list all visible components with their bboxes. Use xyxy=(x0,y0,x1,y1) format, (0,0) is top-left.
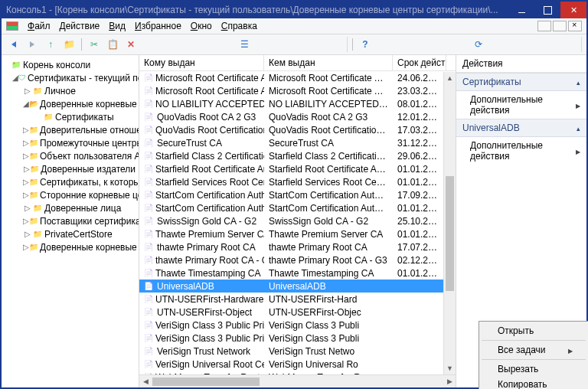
col-subject[interactable]: Кому выдан xyxy=(139,55,264,70)
certificate-icon xyxy=(144,269,153,277)
menu-в[interactable]: Вид xyxy=(104,19,130,33)
col-expires[interactable]: Срок действия xyxy=(393,55,446,70)
ctx-copy[interactable]: Копировать xyxy=(481,377,586,389)
list-row[interactable]: SecureTrust CASecureTrust CA31.12.2029 xyxy=(139,136,456,149)
ctx-all-tasks[interactable]: Все задачи xyxy=(481,342,586,358)
list-row[interactable]: QuoVadis Root Certification Au...QuoVadi… xyxy=(139,123,456,136)
certificate-icon xyxy=(144,256,153,264)
list-row[interactable]: thawte Primary Root CA - G3thawte Primar… xyxy=(139,253,456,266)
list-header: Кому выдан Кем выдан Срок действия xyxy=(139,55,456,71)
context-menu: Открыть Все задачи Вырезать Копировать У… xyxy=(479,321,588,389)
list-row[interactable]: NO LIABILITY ACCEPTED, (c)97 ...NO LIABI… xyxy=(139,97,456,110)
ctx-open[interactable]: Открыть xyxy=(481,323,586,338)
tree-node-4[interactable]: ▷Объект пользователя Act xyxy=(2,149,139,162)
certificate-icon xyxy=(144,295,153,303)
tree-node-7[interactable]: ▷Сторонние корневые цен xyxy=(2,188,139,201)
tree-node-3[interactable]: ▷Промежуточные центры xyxy=(2,136,139,149)
scroll-left-button[interactable]: ◀ xyxy=(139,378,152,385)
list-row[interactable]: VeriSign Universal Root Certific...VeriS… xyxy=(139,358,456,371)
mdi-minimize[interactable] xyxy=(537,21,551,31)
actions-more-2[interactable]: Дополнительные действия xyxy=(456,137,586,165)
mdi-buttons xyxy=(537,21,582,31)
list-row[interactable]: Starfield Services Root Certific...Starf… xyxy=(139,175,456,188)
menu-с[interactable]: Справка xyxy=(217,19,262,33)
menu-и[interactable]: Избранное xyxy=(130,19,186,33)
certificate-icon xyxy=(144,321,153,329)
certificate-icon xyxy=(144,360,153,368)
close-button[interactable] xyxy=(560,2,586,18)
menu-д[interactable]: Действие xyxy=(55,19,105,33)
certificate-icon xyxy=(144,87,153,95)
show-tree-button[interactable] xyxy=(61,37,77,52)
nav-back-button[interactable] xyxy=(6,37,21,52)
list-rows[interactable]: Microsoft Root Certificate Auth...Micros… xyxy=(139,71,456,374)
cut-button[interactable]: ✂ xyxy=(87,37,102,52)
list-row[interactable]: VeriSign Trust NetworkVeriSign Trust Net… xyxy=(139,345,456,358)
refresh-button[interactable]: ⟳ xyxy=(376,37,582,52)
menu-о[interactable]: Окно xyxy=(186,19,217,33)
list-row[interactable]: StartCom Certification AuthorityStartCom… xyxy=(139,188,456,201)
actions-section-selection[interactable]: UniversalADB xyxy=(456,119,586,137)
list-row[interactable]: Microsoft Root Certificate Auth...Micros… xyxy=(139,71,456,84)
list-row[interactable]: Thawte Premium Server CAThawte Premium S… xyxy=(139,227,456,240)
tree-node-10[interactable]: ▷PrivateCertStore xyxy=(2,227,139,240)
vertical-scrollbar[interactable]: ▲ ▼ xyxy=(443,72,456,374)
tree-node-9[interactable]: ▷Поставщики сертификато xyxy=(2,214,139,227)
nav-tree[interactable]: Корень консоли◢Сертификаты - текущий пол… xyxy=(2,55,139,387)
list-row[interactable]: StartCom Certification Authorit...StartC… xyxy=(139,201,456,214)
submenu-arrow-icon xyxy=(576,145,580,156)
mdi-close[interactable] xyxy=(568,21,582,31)
scroll-thumb[interactable] xyxy=(446,176,454,291)
tree-node-8[interactable]: ▷Доверенные лица xyxy=(2,201,139,214)
list-row[interactable]: Thawte Timestamping CAThawte Timestampin… xyxy=(139,266,456,279)
properties-button[interactable]: ☰ xyxy=(142,37,348,52)
tree-node-2[interactable]: ▷Доверительные отношен xyxy=(2,123,139,136)
menu-ф[interactable]: Файл xyxy=(23,19,55,33)
list-row[interactable]: VeriSign Class 3 Public Primary ...VeriS… xyxy=(139,332,456,345)
copy-button[interactable]: 📋 xyxy=(105,37,120,52)
list-row[interactable]: VeriSign Class 3 Public Primary ...VeriS… xyxy=(139,319,456,332)
certificate-icon xyxy=(144,217,155,225)
delete-button[interactable]: ✕ xyxy=(123,37,139,52)
list-row[interactable]: Starfield Root Certificate Auth...Starfi… xyxy=(139,162,456,175)
titlebar[interactable]: Консоль1 - [Корень консоли\Сертификаты -… xyxy=(2,2,586,18)
col-issuer[interactable]: Кем выдан xyxy=(264,55,393,70)
tree-node-6[interactable]: ▷Сертификаты, к которым xyxy=(2,175,139,188)
separator xyxy=(351,37,354,52)
nav-up-button[interactable] xyxy=(43,37,58,52)
nav-forward-button[interactable] xyxy=(24,37,40,52)
certificate-icon xyxy=(144,139,155,147)
tree-cert-leaf[interactable]: Сертификаты xyxy=(2,110,139,123)
tree-node-0[interactable]: ▷Личное xyxy=(2,84,139,97)
list-row[interactable]: UTN-USERFirst-HardwareUTN-USERFirst-Hard xyxy=(139,293,456,306)
window-buttons xyxy=(508,2,586,18)
horizontal-scrollbar[interactable]: ◀ ▶ xyxy=(139,374,456,387)
scroll-down-button[interactable]: ▼ xyxy=(444,362,456,374)
list-row[interactable]: UTN-USERFirst-ObjectUTN-USERFirst-Objec xyxy=(139,306,456,319)
list-row[interactable]: Starfield Class 2 Certification A...Star… xyxy=(139,149,456,162)
ctx-cut[interactable]: Вырезать xyxy=(481,361,586,377)
maximize-button[interactable] xyxy=(534,2,560,18)
list-row[interactable]: Microsoft Root Certificate Auth...Micros… xyxy=(139,84,456,97)
list-row[interactable]: WebMoney Transfer Root CAWebMoney Transf… xyxy=(139,371,456,374)
list-row[interactable]: SwissSign Gold CA - G2SwissSign Gold CA … xyxy=(139,214,456,227)
list-row[interactable]: QuoVadis Root CA 2 G3QuoVadis Root CA 2 … xyxy=(139,110,456,123)
actions-more-1[interactable]: Дополнительные действия xyxy=(456,91,586,119)
tree-cert-root[interactable]: ◢Сертификаты - текущий пол xyxy=(2,71,139,84)
hscroll-thumb[interactable] xyxy=(152,378,260,386)
tree-node-11[interactable]: ▷Доверенные корневые се xyxy=(2,240,139,253)
certificate-icon xyxy=(144,178,153,186)
collapse-arrow-icon xyxy=(577,77,580,87)
minimize-button[interactable] xyxy=(508,2,534,18)
list-row[interactable]: UniversalADBUniversalADB xyxy=(139,279,456,293)
tree-node-1[interactable]: ◢Доверенные корневые це xyxy=(2,97,139,110)
tree-root[interactable]: Корень консоли xyxy=(2,58,139,71)
actions-section-certs[interactable]: Сертификаты xyxy=(456,73,586,91)
tree-node-5[interactable]: ▷Доверенные издатели xyxy=(2,162,139,175)
scroll-up-button[interactable]: ▲ xyxy=(444,72,456,84)
mdi-restore[interactable] xyxy=(553,21,567,31)
list-row[interactable]: thawte Primary Root CAthawte Primary Roo… xyxy=(139,240,456,253)
certificate-icon xyxy=(144,334,153,342)
help-button[interactable]: ? xyxy=(358,37,373,52)
scroll-right-button[interactable]: ▶ xyxy=(443,378,456,385)
